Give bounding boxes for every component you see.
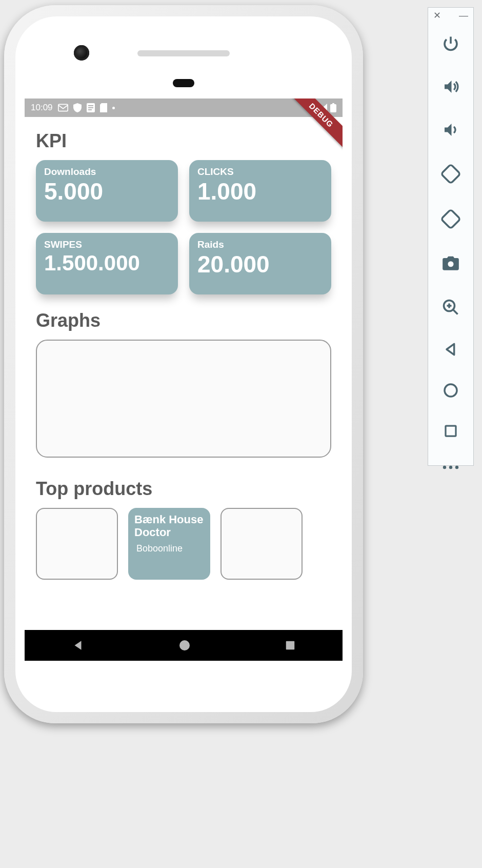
recent-icon[interactable]: [443, 423, 458, 441]
emulator-close-button[interactable]: ✕: [433, 11, 441, 20]
svg-point-7: [179, 640, 190, 650]
phone-bezel: 10:09: [15, 16, 352, 712]
kpi-value: 5.000: [44, 179, 170, 205]
svg-point-15: [443, 466, 446, 469]
notes-icon: [87, 103, 95, 112]
kpi-card-swipes[interactable]: SWIPES 1.500.000: [36, 233, 178, 294]
svg-point-11: [448, 261, 453, 267]
kpi-card-clicks[interactable]: CLICKS 1.000: [189, 160, 331, 222]
shield-icon: [73, 103, 82, 112]
kpi-label: SWIPES: [44, 239, 170, 250]
kpi-value: 1.000: [197, 179, 323, 205]
power-icon[interactable]: [441, 34, 460, 55]
speaker-grille: [137, 50, 230, 56]
app-content[interactable]: KPI Downloads 5.000 CLICKS 1.000 SWIPES …: [25, 117, 343, 630]
products-row: Bænk House Doctor Boboonline: [36, 508, 331, 580]
rotate-right-icon[interactable]: [440, 209, 461, 231]
emulator-minimize-button[interactable]: —: [459, 11, 468, 20]
svg-point-17: [455, 466, 458, 469]
sd-icon: [100, 103, 107, 112]
kpi-card-raids[interactable]: Raids 20.000: [189, 233, 331, 294]
back-icon[interactable]: [443, 341, 459, 360]
svg-rect-6: [332, 103, 334, 105]
rotate-left-icon[interactable]: [440, 164, 461, 186]
svg-rect-2: [88, 105, 93, 106]
kpi-grid: Downloads 5.000 CLICKS 1.000 SWIPES 1.50…: [36, 160, 331, 294]
graph-placeholder[interactable]: [36, 340, 331, 458]
svg-rect-10: [441, 209, 460, 229]
kpi-value: 1.500.000: [44, 251, 170, 275]
nav-home-button[interactable]: [178, 639, 191, 652]
product-card[interactable]: [36, 508, 118, 580]
gmail-icon: [58, 104, 68, 112]
android-nav-bar: [25, 630, 343, 661]
home-icon[interactable]: [443, 382, 459, 401]
zoom-icon[interactable]: [441, 298, 460, 319]
section-title-graphs: Graphs: [36, 310, 331, 331]
svg-rect-8: [286, 641, 294, 650]
battery-icon: [330, 103, 336, 112]
svg-rect-5: [330, 104, 336, 112]
product-card[interactable]: [220, 508, 303, 580]
kpi-card-downloads[interactable]: Downloads 5.000: [36, 160, 178, 222]
volume-down-icon[interactable]: [441, 121, 460, 141]
screenshot-icon[interactable]: [441, 254, 460, 275]
volume-up-icon[interactable]: [441, 77, 460, 98]
kpi-value: 20.000: [197, 251, 323, 278]
status-dot: [112, 107, 115, 109]
product-card-featured[interactable]: Bænk House Doctor Boboonline: [128, 508, 210, 580]
svg-rect-14: [446, 426, 456, 436]
status-time: 10:09: [31, 103, 53, 113]
section-title-kpi: KPI: [36, 130, 331, 152]
kpi-label: CLICKS: [197, 166, 323, 177]
phone-frame: 10:09: [4, 5, 363, 723]
nav-back-button[interactable]: [71, 639, 85, 652]
svg-point-16: [449, 466, 452, 469]
status-bar: 10:09: [25, 98, 343, 117]
svg-rect-0: [58, 104, 67, 111]
device-screen: 10:09: [25, 98, 343, 661]
kpi-label: Downloads: [44, 166, 170, 177]
kpi-label: Raids: [197, 239, 323, 250]
svg-point-13: [445, 384, 457, 397]
more-icon[interactable]: [442, 463, 459, 472]
sensor-pill: [173, 79, 194, 87]
product-title: Bænk House Doctor: [134, 513, 204, 539]
nav-recent-button[interactable]: [285, 640, 296, 651]
camera-dot: [74, 45, 89, 61]
section-title-products: Top products: [36, 478, 331, 500]
emulator-toolbar: ✕ —: [428, 7, 474, 466]
svg-rect-9: [441, 164, 460, 184]
svg-rect-4: [88, 109, 92, 110]
product-subtitle: Boboonline: [134, 543, 204, 554]
svg-rect-3: [88, 107, 93, 108]
